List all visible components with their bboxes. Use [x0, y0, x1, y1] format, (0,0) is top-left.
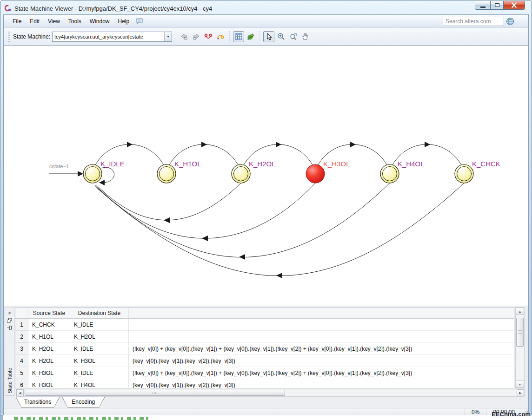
search-input[interactable]	[443, 17, 504, 26]
state-node-K_CHCK[interactable]: K_CHCK	[455, 160, 500, 183]
panel-float-icon[interactable]	[6, 317, 13, 324]
table-header-row: Source State Destination State	[15, 308, 514, 319]
client-area: File Edit View Tools Window Help St	[3, 14, 529, 415]
clipped-page-background	[0, 415, 532, 420]
highlight-fan-out-icon	[216, 33, 225, 40]
row-index: 1	[15, 319, 28, 331]
source-state-cell: K_H1OL	[28, 331, 70, 343]
select-tool-button[interactable]	[263, 31, 274, 42]
entry-transition-label: cstate~1	[49, 164, 69, 169]
tab-transitions[interactable]: Transitions	[16, 397, 60, 407]
state-node-K_H2OL[interactable]: K_H2OL	[232, 160, 276, 183]
clipped-page-text	[14, 417, 149, 420]
state-label: K_IDLE	[100, 160, 125, 168]
pan-tool-button[interactable]	[299, 31, 311, 42]
feedback-icon[interactable]	[135, 18, 144, 25]
scroll-up-icon[interactable]: ▲	[516, 308, 524, 315]
clipped-fragment	[0, 415, 3, 420]
zoom-selection-tool-button[interactable]	[287, 31, 299, 42]
menu-bar: File Edit View Tools Window Help	[4, 15, 528, 28]
condition-cell: (key_v[0]).(key_v[1]).(key_v[2]).(key_v[…	[129, 379, 514, 388]
minimize-button[interactable]	[475, 1, 491, 10]
source-state-cell: K_CHCK	[28, 319, 70, 331]
scroll-left-icon[interactable]: ◀	[16, 389, 24, 396]
app-icon	[4, 5, 12, 12]
highlight-fan-in-icon	[204, 33, 213, 40]
chevron-down-icon[interactable]: ▼	[164, 32, 172, 41]
back-button[interactable]	[179, 31, 190, 42]
toolbar: State Machine: |cy4|arykeyscan:uut_aryke…	[4, 28, 528, 46]
source-state-cell: K_H3OL	[28, 379, 70, 388]
table-row[interactable]: 2 K_H1OL K_H2OL	[15, 331, 514, 343]
state-machine-select[interactable]: |cy4|arykeyscan:uut_arykeyscan|cstate ▼	[52, 32, 172, 42]
horizontal-scroll-thumb[interactable]	[25, 390, 285, 396]
destination-state-cell: K_IDLE	[70, 367, 129, 379]
row-index: 4	[15, 355, 28, 367]
toolbar-separator	[174, 31, 176, 42]
progress-indicator: 0%	[465, 408, 486, 415]
state-node-K_IDLE[interactable]: K_IDLE	[83, 160, 125, 183]
hand-icon	[301, 33, 309, 40]
destination-state-cell: K_H4OL	[70, 379, 129, 388]
table-row[interactable]: 4 K_H2OL K_H3OL (key_v[0]).(key_v[1]).(k…	[15, 355, 514, 367]
state-label: K_H1OL	[174, 160, 201, 168]
menu-edit[interactable]: Edit	[26, 16, 44, 26]
highlight-fan-in-button[interactable]	[203, 31, 214, 42]
status-bar: 0% 00:00:00	[4, 408, 528, 415]
toolbar-grip[interactable]	[8, 32, 10, 42]
table-row[interactable]: 3 K_H2OL K_IDLE (!key_v[0]) + (key_v[0])…	[15, 343, 514, 355]
table-vertical-scrollbar[interactable]: ▲ ▼	[515, 307, 525, 388]
highlight-fan-out-button[interactable]	[215, 31, 226, 42]
birds-eye-view-button[interactable]	[245, 31, 256, 42]
header-source-state: Source State	[28, 308, 70, 319]
row-index: 5	[15, 367, 28, 379]
condition-cell: (!key_v[0]) + (key_v[0]).(!key_v[1]) + (…	[129, 367, 514, 379]
table-row[interactable]: 6 K_H3OL K_H4OL (key_v[0]).(key_v[1]).(k…	[15, 379, 514, 388]
table-row[interactable]: 1 K_CHCK K_IDLE	[15, 319, 514, 331]
menu-view[interactable]: View	[44, 16, 64, 26]
destination-state-cell: K_IDLE	[70, 319, 129, 331]
menu-help[interactable]: Help	[114, 16, 134, 26]
row-index: 6	[15, 379, 28, 388]
vertical-scroll-thumb[interactable]	[516, 318, 524, 347]
table-row[interactable]: 5 K_H3OL K_IDLE (!key_v[0]) + (key_v[0])…	[15, 367, 514, 379]
state-table-icon	[235, 33, 242, 40]
state-node-K_H3OL-selected[interactable]: K_H3OL	[306, 160, 350, 183]
panel-close-icon[interactable]: ×	[6, 309, 13, 316]
transitions-table[interactable]: Source State Destination State 1 K_CHCK …	[15, 307, 514, 388]
state-node-K_H4OL[interactable]: K_H4OL	[380, 160, 425, 183]
scroll-right-icon[interactable]: ▶	[517, 389, 524, 396]
panel-tabs: Transitions Encoding	[16, 397, 105, 407]
menu-tools[interactable]: Tools	[64, 16, 86, 26]
state-label: K_H2OL	[249, 160, 276, 168]
tab-encoding[interactable]: Encoding	[62, 397, 105, 407]
toolbar-separator	[228, 31, 231, 42]
condition-cell	[129, 319, 514, 331]
source-state-cell: K_H2OL	[28, 343, 70, 355]
condition-cell: (!key_v[0]) + (key_v[0]).(!key_v[1]) + (…	[129, 343, 514, 355]
panel-title: State Table	[7, 368, 13, 394]
menu-window[interactable]: Window	[86, 16, 114, 26]
panel-pin-icon[interactable]	[6, 324, 13, 331]
title-bar[interactable]: State Machine Viewer - D:/myfpga/DK_SF_C…	[4, 3, 448, 14]
header-index	[15, 308, 28, 319]
globe-icon[interactable]	[506, 17, 514, 26]
menu-file[interactable]: File	[8, 16, 26, 26]
row-index: 2	[15, 331, 28, 343]
restore-icon	[495, 3, 499, 7]
state-table-view-button[interactable]	[233, 31, 244, 42]
app-window: State Machine Viewer - D:/myfpga/DK_SF_C…	[0, 0, 532, 415]
state-diagram-canvas[interactable]: cstate~1 K_IDLE K_H1OL K_H2OL	[4, 46, 528, 306]
zoom-tool-button[interactable]	[275, 31, 286, 42]
state-node-K_H1OL[interactable]: K_H1OL	[157, 160, 201, 183]
forward-button[interactable]	[191, 31, 202, 42]
state-label: K_H3OL	[323, 160, 350, 168]
scroll-down-icon[interactable]: ▼	[516, 381, 524, 388]
header-condition	[129, 308, 514, 319]
row-index: 3	[15, 343, 28, 355]
restore-button[interactable]	[491, 1, 504, 10]
table-horizontal-scrollbar[interactable]: ◀ ▶	[16, 389, 525, 397]
close-button[interactable]	[504, 1, 525, 10]
zoom-selection-icon	[289, 33, 297, 40]
state-label: K_CHCK	[472, 160, 500, 168]
